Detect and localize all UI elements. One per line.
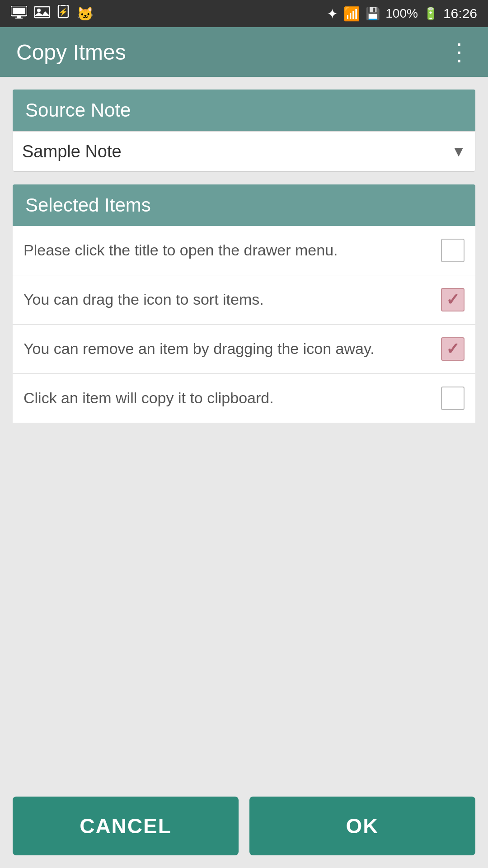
status-icons-right: ✦ 📶 💾 100% 🔋 16:26 [327,6,477,22]
svg-rect-3 [15,18,23,19]
ok-button[interactable]: OK [249,797,475,855]
battery-icon: 🔋 [423,7,438,21]
item-text-1: Please click the title to open the drawe… [23,240,441,261]
svg-rect-7 [61,5,66,6]
checkbox-3[interactable] [441,337,465,361]
status-bar: ⚡ 🐱 ✦ 📶 💾 100% 🔋 16:26 [0,0,488,27]
screen-icon [11,6,27,22]
list-item[interactable]: You can remove an item by dragging the i… [13,325,475,374]
item-text-2: You can drag the icon to sort items. [23,289,441,311]
overflow-menu-button[interactable]: ⋮ [447,38,472,66]
cat-icon: 🐱 [77,6,94,22]
checkbox-2[interactable] [441,288,465,311]
list-item[interactable]: You can drag the icon to sort items. [13,275,475,325]
list-item[interactable]: Click an item will copy it to clipboard. [13,374,475,423]
item-text-4: Click an item will copy it to clipboard. [23,387,441,409]
svg-text:⚡: ⚡ [59,8,68,16]
item-text-3: You can remove an item by dragging the i… [23,338,441,360]
checkbox-4[interactable] [441,387,465,410]
status-icons-left: ⚡ 🐱 [11,5,94,23]
app-bar: Copy Itmes ⋮ [0,27,488,77]
checkbox-1[interactable] [441,239,465,262]
source-note-dropdown[interactable]: Sample Note ▼ [13,131,475,172]
cancel-button[interactable]: CANCEL [13,797,239,855]
source-note-header: Source Note [13,90,475,131]
battery-percent: 100% [385,6,418,21]
svg-point-5 [37,9,41,12]
list-item[interactable]: Please click the title to open the drawe… [13,226,475,275]
image-icon [34,6,50,22]
bluetooth-icon: ✦ [327,6,338,22]
time: 16:26 [443,6,477,21]
sd-icon: 💾 [366,7,380,21]
button-bar: CANCEL OK [0,784,488,868]
dropdown-arrow-icon: ▼ [451,143,466,160]
app-title: Copy Itmes [16,40,126,65]
charging-icon: ⚡ [57,5,70,23]
selected-items-header: Selected Items [13,184,475,226]
svg-rect-1 [13,8,25,14]
main-content: Source Note Sample Note ▼ Selected Items… [0,77,488,784]
wifi-icon: 📶 [343,6,360,22]
selected-items-section: Selected Items Please click the title to… [13,184,475,423]
svg-rect-2 [17,16,21,18]
svg-rect-4 [34,7,50,18]
dropdown-selected-value: Sample Note [22,142,122,161]
